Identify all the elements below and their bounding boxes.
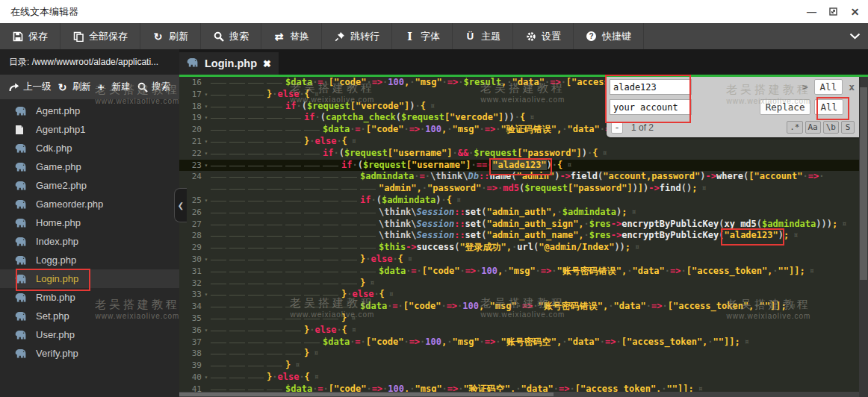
find-all-button[interactable]: All	[814, 79, 843, 95]
minimize-button[interactable]: —	[806, 6, 817, 17]
tab-login-php[interactable]: Login.php ✖	[179, 52, 279, 75]
horizontal-scrollbar-thumb[interactable]	[179, 393, 554, 396]
php-elephant-icon	[15, 348, 27, 359]
sidebar-item-agent.php[interactable]: Agent.php	[0, 101, 179, 120]
sidebar-item-set.php[interactable]: Set.php	[0, 307, 179, 325]
sidebar-tool-search[interactable]: 搜索	[137, 81, 170, 93]
maximize-button[interactable]	[828, 6, 839, 17]
file-name: Rmb.php	[36, 292, 75, 303]
code-line-27[interactable]: 27\think\Session::set("admin_auth_sign",…	[179, 219, 868, 231]
toolbar-button-settings[interactable]: 设置	[513, 23, 574, 49]
code-line-37[interactable]: 37$data·=·["code"·=>·100,·"msg"·=>·"账号密码…	[179, 337, 868, 348]
php-elephant-icon	[15, 162, 27, 172]
toolbar-button-label: 保存	[28, 30, 48, 43]
restore-icon	[828, 7, 838, 16]
toolbar-button-hotkeys[interactable]: ?快捷键	[574, 23, 644, 49]
code-editor[interactable]: 16$data·=·["code"·=>·100,·"msg"·=>·$resu…	[179, 77, 868, 397]
find-next-icon[interactable]: >	[802, 81, 808, 93]
code-line-32[interactable]: 32} ¤	[179, 278, 868, 290]
code-line-22[interactable]: 22▾if·($request["username"]·&&·$request[…	[179, 148, 868, 160]
sidebar-item-game.php[interactable]: Game.php	[0, 157, 179, 176]
fold-arrow-icon[interactable]: ▾	[202, 289, 211, 301]
sidebar-item-cdk.php[interactable]: Cdk.php	[0, 139, 179, 157]
fold-arrow-icon[interactable]: ▾	[202, 254, 211, 266]
whole-word-toggle[interactable]: \b	[823, 121, 839, 134]
php-elephant-icon	[15, 311, 27, 322]
fold-arrow-icon[interactable]: ▾	[202, 89, 211, 101]
sidebar-item-logg.php[interactable]: Logg.php	[0, 251, 179, 269]
fold-arrow-icon[interactable]: ▾	[202, 136, 211, 148]
vertical-scrollbar-thumb[interactable]	[860, 87, 867, 280]
toolbar-button-search[interactable]: 搜索	[201, 23, 261, 49]
toolbar-button-save[interactable]: 保存	[0, 23, 61, 49]
fold-arrow-icon[interactable]: ▾	[202, 325, 211, 337]
toolbar-button-theme[interactable]: Ü主题	[453, 23, 513, 49]
sidebar-collapse-handle[interactable]: ❮	[174, 188, 187, 222]
code-line-36[interactable]: 36▾}·else·{ ¤	[179, 325, 868, 337]
fold-arrow-icon[interactable]: ▾	[202, 112, 211, 124]
up-arrow-icon	[9, 82, 19, 93]
line-number: 33	[179, 289, 202, 301]
search-in-selection-toggle[interactable]: S	[841, 121, 855, 134]
php-elephant-icon	[15, 330, 27, 340]
sidebar-item-verify.php[interactable]: Verify.php	[0, 344, 179, 363]
sidebar-item-rmb.php[interactable]: Rmb.php	[0, 288, 179, 307]
toolbar-button-refresh[interactable]: ↻刷新	[140, 23, 201, 49]
fold-arrow-icon[interactable]: ▾	[202, 160, 211, 172]
php-elephant-icon	[15, 218, 27, 228]
sidebar-tool-refresh[interactable]: ↻刷新	[58, 81, 91, 93]
fold-arrow-icon[interactable]: ▾	[202, 372, 211, 384]
tab-close-icon[interactable]: ✖	[263, 58, 271, 69]
toolbar-button-goto-line[interactable]: 跳转行	[322, 23, 392, 49]
sidebar-item-gameorder.php[interactable]: Gameorder.php	[0, 195, 179, 213]
fold-arrow-icon[interactable]: ▾	[202, 195, 211, 207]
code-line-31[interactable]: 31$data·=·["code"·=>·100,·"msg"·=>·"账号密码…	[179, 266, 868, 278]
horizontal-scrollbar[interactable]	[179, 392, 859, 397]
search-close-icon[interactable]: x	[849, 81, 855, 93]
fold-arrow-icon[interactable]: ▾	[202, 101, 211, 113]
sidebar-item-login.php[interactable]: Login.php	[0, 269, 179, 288]
php-elephant-icon	[15, 199, 27, 210]
sidebar-tool-label: 搜索	[152, 81, 170, 93]
sidebar-tool-new[interactable]: +新建	[98, 81, 131, 93]
sidebar-item-user.php[interactable]: User.php	[0, 325, 179, 344]
code-line-29[interactable]: 29$this->success("登录成功",·url("@admin/Ind…	[179, 242, 868, 254]
toolbar-button-replace[interactable]: ⇄替换	[261, 23, 322, 49]
code-line-25[interactable]: 25▾if·($admindata)·{ ¤	[179, 195, 868, 207]
replace-all-button[interactable]: All	[814, 99, 843, 115]
code-line-38[interactable]: 38} ¤	[179, 348, 868, 360]
code-line-24[interactable]: 24$admindata·=·\think\Db::name("admin")-…	[179, 171, 868, 183]
code-line-33[interactable]: 33▾}·else·{ ¤	[179, 289, 868, 301]
toggle-replace-button[interactable]: -	[611, 122, 623, 134]
code-line-23[interactable]: 23▾if·($request["username"]·==·"alade123…	[179, 160, 868, 172]
code-line-26[interactable]: 26\think\Session::set("admin_auth",·$adm…	[179, 207, 868, 219]
sidebar-item-index.php[interactable]: Index.php	[0, 232, 179, 251]
close-button[interactable]: ✕	[849, 6, 861, 17]
code-line-28[interactable]: 28\think\Session::set("admin_auth_name",…	[179, 230, 868, 242]
code-line-30[interactable]: 30▾}·else·{ ¤	[179, 254, 868, 266]
replace-input[interactable]	[610, 99, 692, 115]
php-elephant-icon	[15, 274, 27, 284]
sidebar-item-agent.php1[interactable]: Agent.php1	[0, 120, 179, 139]
case-sensitive-toggle[interactable]: Aa	[805, 121, 821, 134]
regex-toggle[interactable]: .*	[787, 121, 802, 134]
code-line-35[interactable]: 35} ¤	[179, 313, 868, 325]
toolbar-button-save-all[interactable]: 全部保存	[61, 23, 140, 49]
toolbar-collapse-button[interactable]	[841, 23, 868, 49]
code-line-34[interactable]: 34$data·=·["code"·=>·100,·"msg"·=>·"账号密码…	[179, 301, 868, 313]
replace-button[interactable]: Replace	[760, 99, 811, 115]
toolbar-button-font[interactable]: I字体	[392, 23, 453, 49]
sidebar-item-home.php[interactable]: Home.php	[0, 213, 179, 232]
code-line-40[interactable]: 40▾}·else·{ ¤	[179, 372, 868, 384]
vertical-scrollbar[interactable]	[859, 77, 868, 397]
code-line-39[interactable]: 39} ¤	[179, 360, 868, 372]
code-line-21[interactable]: 21▾}·else·{ ¤	[179, 136, 868, 148]
fold-arrow-icon[interactable]: ▾	[202, 148, 211, 160]
search-input[interactable]	[610, 79, 692, 95]
toolbar-button-label: 刷新	[169, 30, 188, 43]
code-line-wrap[interactable]: "admin",·"password"·=>·md5($request["pas…	[179, 183, 868, 195]
replace-icon: ⇄	[273, 31, 285, 42]
sidebar-item-game2.php[interactable]: Game2.php	[0, 176, 179, 195]
sidebar-tool-up-level[interactable]: 上一级	[9, 81, 52, 93]
indent-guides	[211, 148, 323, 160]
